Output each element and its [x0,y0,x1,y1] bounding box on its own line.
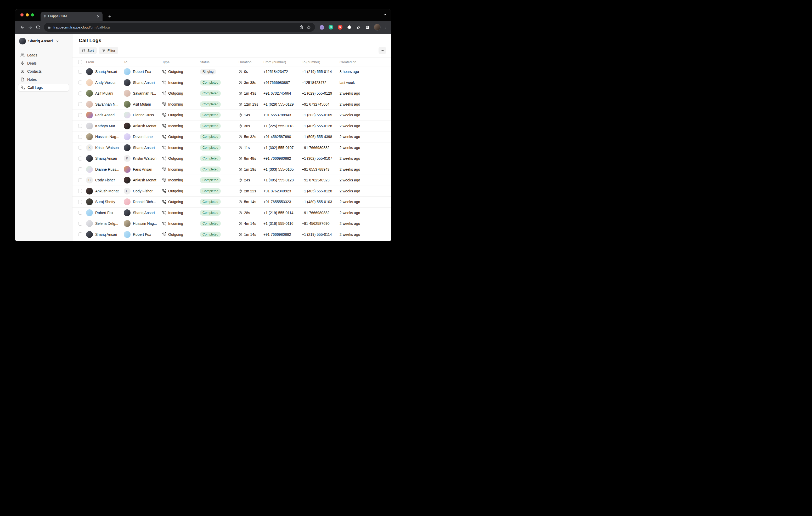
duration-label: 8m 48s [244,156,256,160]
table-row[interactable]: Robert Fox Shariq Ansari Incoming Comple… [72,208,392,218]
leaf-extension-icon[interactable] [356,25,361,30]
from-name: Hussain Nag... [95,134,119,139]
row-checkbox[interactable] [78,232,82,236]
bookmark-star-icon[interactable] [305,24,312,31]
sidebar-panel-icon[interactable] [365,25,370,30]
to-avatar [124,209,130,216]
notes-icon [21,78,25,82]
row-checkbox[interactable] [78,189,82,193]
sidebar-item-deals[interactable]: Deals [18,59,69,67]
sidebar-item-notes[interactable]: Notes [18,75,69,83]
back-icon[interactable] [18,23,26,31]
to-number: +91 7666980882 [302,211,340,215]
table-row[interactable]: Dianne Russ... Faris Ansari Incoming Com… [72,164,392,175]
table-row[interactable]: Suraj Shetty Ronald Rich... Outgoing Com… [72,196,392,208]
row-checkbox[interactable] [78,81,82,85]
row-checkbox[interactable] [78,70,82,74]
table-row[interactable]: KKristin Watson Shariq Ansari Incoming C… [72,143,392,153]
table-row[interactable]: Faris Ansari Dianne Russ... Outgoing Com… [72,110,392,121]
new-tab-button[interactable] [106,12,113,20]
from-name: Shariq Ansari [95,69,117,74]
row-checkbox[interactable] [78,113,82,117]
reload-icon[interactable] [34,23,42,31]
table-row[interactable]: Savannah N... Asif Mulani Incoming Compl… [72,99,392,110]
call-type-label: Outgoing [168,91,183,95]
row-checkbox[interactable] [78,167,82,171]
adblock-extension-icon[interactable] [338,25,343,30]
table-row[interactable]: Shariq Ansari Robert Fox Outgoing Ringin… [72,66,392,78]
window-minimize-button[interactable] [26,13,29,17]
sidebar-item-call-logs[interactable]: Call Logs [18,84,69,91]
status-badge: Completed [200,199,221,205]
table-row[interactable]: Ankush Menat CCody Fisher Outgoing Compl… [72,186,392,197]
to-avatar [124,68,130,75]
select-all-checkbox[interactable] [78,60,82,64]
row-checkbox[interactable] [78,222,82,225]
created-on: 2 weeks ago [340,146,386,150]
tabstrip-chevron-down-icon[interactable] [383,12,387,17]
phone-incoming-icon [162,81,166,85]
puzzle-extensions-icon[interactable] [347,25,352,30]
table-row[interactable]: Shariq Ansari Robert Fox Outgoing Comple… [72,229,392,240]
to-number: +91 4562587690 [302,221,340,225]
to-number: +1 (405) 555-0128 [302,124,340,128]
row-checkbox[interactable] [78,91,82,95]
table-row[interactable]: Hussain Nag... Devon Lane Outgoing Compl… [72,131,392,143]
from-avatar [86,166,93,173]
from-avatar [86,220,93,227]
table-row[interactable]: Kathryn Mur... Ankush Menat Incoming Com… [72,121,392,132]
call-type-label: Outgoing [168,113,183,117]
page-title: Call Logs [79,38,386,43]
browser-profile-avatar[interactable] [374,24,381,31]
sort-button[interactable]: Sort [79,47,97,54]
url-bar[interactable]: frappecrm.frappe.cloud/crm/call-logs [44,23,315,32]
table-row[interactable]: Shariq Ansari KKristin Watson Outgoing C… [72,153,392,164]
created-on: 2 weeks ago [340,167,386,172]
sidebar-item-contacts[interactable]: Contacts [18,67,69,75]
duration-label: 4m 14s [244,221,256,225]
window-close-button[interactable] [21,13,24,17]
tab-close-icon[interactable] [96,14,100,18]
octopus-extension-icon[interactable] [319,25,324,30]
row-checkbox[interactable] [78,124,82,128]
from-avatar [86,68,93,75]
browser-tab[interactable]: F Frappe CRM [40,12,103,21]
from-number: +91 6732745664 [263,91,302,95]
row-checkbox[interactable] [78,178,82,182]
col-created-on: Created on [340,60,386,64]
table-row[interactable]: Andy Viessa Shariq Ansari Incoming Compl… [72,78,392,88]
row-checkbox[interactable] [78,135,82,139]
row-checkbox[interactable] [78,200,82,204]
user-dropdown[interactable]: Shariq Ansari [18,37,69,45]
to-name: Shariq Ansari [133,211,154,215]
clock-icon [239,222,242,225]
row-checkbox[interactable] [78,157,82,160]
grammarly-extension-icon[interactable]: G [328,25,334,30]
share-icon[interactable] [298,24,305,31]
row-checkbox[interactable] [78,146,82,150]
window-zoom-button[interactable] [31,13,34,17]
browser-menu-icon[interactable] [384,25,388,29]
status-badge: Completed [200,232,221,237]
clock-icon [239,178,242,182]
more-options-button[interactable] [379,47,386,54]
table-row[interactable]: CCody Fisher Ankush Menat Incoming Compl… [72,175,392,186]
to-avatar [124,199,130,205]
table-row[interactable]: Selena Delg... Hussain Nag... Incoming C… [72,218,392,229]
phone-outgoing-icon [162,91,166,95]
table-row[interactable] [72,240,392,241]
call-type-label: Outgoing [168,134,183,139]
table-row[interactable]: Asif Mulani Savannah N... Outgoing Compl… [72,88,392,99]
filter-button[interactable]: Filter [99,47,118,54]
from-number: +12518423472 [263,69,302,74]
user-chevron-down-icon [56,39,59,43]
sidebar-item-leads[interactable]: Leads [18,51,69,59]
row-checkbox[interactable] [78,211,82,215]
from-avatar [86,231,93,238]
row-checkbox[interactable] [78,102,82,106]
clock-icon [239,81,242,85]
forward-icon[interactable] [26,23,34,31]
sidebar-item-label: Call Logs [27,86,42,90]
from-avatar [86,123,93,129]
from-number: +1 (405) 555-0128 [263,178,302,182]
